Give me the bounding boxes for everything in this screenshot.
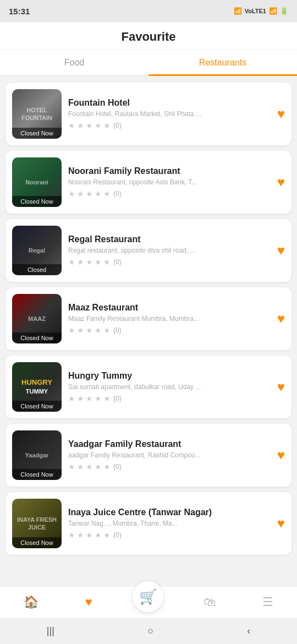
favourite-heart-button[interactable]: ♥ (277, 379, 285, 395)
star-icon: ★ (77, 189, 84, 198)
tabs-container: Food Restaurants (0, 50, 297, 76)
android-nav: ||| ○ ‹ (0, 618, 297, 644)
restaurant-card[interactable]: MAAZ Closed Now Maaz Restaurant Maaz Fam… (6, 287, 292, 350)
favourite-heart-button[interactable]: ♥ (277, 447, 285, 463)
wifi-icon: 📶 (234, 7, 242, 15)
restaurant-name: Hungry Tummy (68, 371, 271, 381)
star-icon: ★ (103, 326, 111, 335)
star-icon: ★ (95, 531, 102, 539)
rating-stars: ★★★★★ (0) (68, 394, 271, 403)
rating-stars: ★★★★★ (0) (68, 462, 271, 471)
rating-stars: ★★★★★ (0) (68, 326, 271, 335)
nav-home[interactable]: 🏠 (17, 593, 45, 612)
restaurant-image-wrap: INAYA FRESH JUICE Closed Now (12, 499, 62, 548)
restaurant-card[interactable]: HOTEL FOUNTAIN Closed Now Fountain Hotel… (6, 83, 292, 145)
android-recent-btn[interactable]: ||| (47, 625, 54, 637)
star-icon: ★ (95, 189, 102, 198)
restaurant-card[interactable]: INAYA FRESH JUICE Closed Now Inaya Juice… (6, 492, 292, 555)
nav-cart[interactable]: 🛒 (133, 581, 163, 612)
restaurant-image-wrap: HOTEL FOUNTAIN Closed Now (12, 89, 62, 139)
star-icon: ★ (86, 121, 93, 130)
star-icon: ★ (68, 258, 75, 266)
menu-icon: ☰ (262, 595, 273, 609)
nav-favourites[interactable]: ♥ (79, 593, 99, 612)
restaurant-name: Maaz Restaurant (68, 303, 271, 313)
status-time: 15:31 (9, 7, 30, 16)
restaurant-name: Regal Restaurant (68, 234, 271, 244)
rating-count: (0) (113, 395, 122, 402)
rating-count: (0) (113, 326, 122, 334)
tab-food[interactable]: Food (0, 50, 148, 75)
nav-orders[interactable]: 🛍 (197, 593, 222, 612)
signal-bars-icon: 📶 (269, 7, 277, 15)
restaurant-card[interactable]: HUNGRYTUMMY Closed Now Hungry Tummy Sai … (6, 356, 292, 418)
star-icon: ★ (68, 121, 75, 130)
star-icon: ★ (68, 394, 75, 403)
restaurant-info: Yaadgar Family Restaurant aadgar Family … (68, 439, 271, 471)
rating-count: (0) (113, 258, 122, 266)
restaurant-image-wrap: HUNGRYTUMMY Closed Now (12, 362, 62, 412)
star-icon: ★ (68, 326, 75, 335)
star-icon: ★ (86, 258, 93, 266)
rating-count: (0) (113, 463, 122, 471)
bottom-nav: 🏠 ♥ 🛒 🛍 ☰ (0, 586, 297, 618)
star-icon: ★ (68, 462, 75, 471)
restaurant-address: Maaz Family Restaurant Mumbra, Mumbra... (68, 315, 271, 323)
star-icon: ★ (103, 121, 111, 130)
restaurant-address: Tanwar Nag..., Mumbra, Thane, Ma... (68, 520, 271, 527)
star-icon: ★ (77, 326, 84, 335)
restaurant-info: Maaz Restaurant Maaz Family Restaurant M… (68, 303, 271, 335)
rating-stars: ★★★★★ (0) (68, 189, 271, 198)
star-icon: ★ (68, 531, 75, 539)
closed-status-badge: Closed Now (12, 196, 62, 207)
android-back-btn[interactable]: ‹ (247, 625, 250, 637)
favourite-heart-button[interactable]: ♥ (277, 106, 285, 122)
star-icon: ★ (86, 394, 93, 403)
rating-count: (0) (113, 122, 122, 129)
closed-status-badge: Closed (12, 264, 62, 275)
closed-status-badge: Closed Now (12, 332, 62, 343)
star-icon: ★ (86, 189, 93, 198)
star-icon: ★ (103, 189, 111, 198)
restaurant-name: Yaadgar Family Restaurant (68, 439, 271, 449)
star-icon: ★ (77, 462, 84, 471)
closed-status-badge: Closed Now (12, 128, 62, 139)
star-icon: ★ (77, 531, 84, 539)
restaurant-address: Noorani Restaurant, opposite Axis Bank, … (68, 178, 271, 186)
rating-stars: ★★★★★ (0) (68, 258, 271, 266)
rating-stars: ★★★★★ (0) (68, 531, 271, 539)
favourite-heart-button[interactable]: ♥ (277, 516, 285, 531)
restaurant-info: Hungry Tummy Sai sumati apartment, dabul… (68, 371, 271, 403)
star-icon: ★ (77, 258, 84, 266)
rating-count: (0) (113, 190, 122, 198)
restaurant-image-wrap: Regal Closed (12, 226, 62, 275)
rating-stars: ★★★★★ (0) (68, 121, 271, 130)
restaurant-address: Sai sumati apartment, dabulkar road, Uda… (68, 383, 271, 391)
restaurant-name: Noorani Family Restaurant (68, 166, 271, 176)
home-icon: 🏠 (24, 595, 38, 609)
restaurant-image-wrap: Yaadgar Closed Now (12, 430, 62, 480)
restaurant-card[interactable]: Yaadgar Closed Now Yaadgar Family Restau… (6, 424, 292, 487)
heart-icon: ♥ (85, 595, 92, 609)
tab-restaurants[interactable]: Restaurants (148, 50, 297, 76)
favourite-heart-button[interactable]: ♥ (277, 243, 285, 258)
header: Favourite (0, 22, 297, 50)
android-home-btn[interactable]: ○ (148, 625, 154, 637)
battery-icon: 🔋 (280, 7, 288, 15)
favourite-heart-button[interactable]: ♥ (277, 174, 285, 190)
status-bar: 15:31 📶 VoLTE1 📶 🔋 (0, 0, 297, 22)
favourite-heart-button[interactable]: ♥ (277, 311, 285, 326)
restaurant-name: Inaya Juice Centre (Tanwar Nagar) (68, 507, 271, 517)
restaurant-card[interactable]: Noorani Closed Now Noorani Family Restau… (6, 151, 292, 214)
nav-menu[interactable]: ☰ (256, 593, 280, 612)
star-icon: ★ (95, 258, 102, 266)
restaurant-info: Regal Restaurant Regal restaurant, oppos… (68, 234, 271, 266)
restaurant-name: Fountain Hotel (68, 98, 271, 108)
page-title: Favourite (0, 30, 297, 44)
restaurant-card[interactable]: Regal Closed Regal Restaurant Regal rest… (6, 219, 292, 282)
cart-icon: 🛒 (139, 588, 157, 605)
restaurant-image-wrap: MAAZ Closed Now (12, 294, 62, 343)
star-icon: ★ (86, 531, 93, 539)
star-icon: ★ (77, 121, 84, 130)
restaurant-list: HOTEL FOUNTAIN Closed Now Fountain Hotel… (0, 76, 297, 621)
